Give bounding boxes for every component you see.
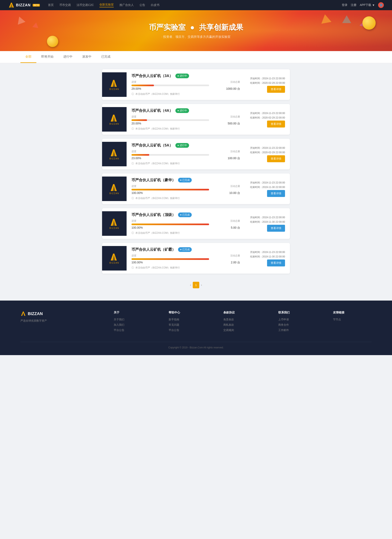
beta-badge: BETA	[33, 4, 40, 7]
detail-button[interactable]: 查看详情	[267, 190, 285, 197]
bizzan-brand-label: BIZZAN	[109, 192, 119, 194]
start-time: 开始时间：2019-11-23 22:00:00	[250, 215, 285, 220]
total-label: 活动总量	[230, 115, 240, 119]
tab-completed[interactable]: 已完成	[96, 51, 115, 63]
bizzan-logo-svg	[109, 149, 119, 157]
card-title-row: 币严合伙人云矿机（3A） ● 进行中	[132, 73, 240, 78]
bizzan-logo-svg	[109, 79, 119, 87]
login-button[interactable]: 登录	[342, 3, 348, 7]
footer-link-announcement[interactable]: 平台公告	[114, 328, 152, 332]
footer-link-privacy[interactable]: 商私条款	[223, 323, 262, 327]
card-body: 币严合伙人云矿机（5A） ● 进行中 进度 活动总量 23.00% 100.00…	[127, 139, 245, 169]
decoration-triangle-3	[342, 15, 351, 23]
footer-col-terms-title: 条款协议	[223, 311, 262, 314]
logo[interactable]: BIZZAN BETA	[8, 2, 40, 8]
end-time: 结束时间：2019-11-30 22:00:00	[250, 255, 285, 259]
card-footer: ⓘ 本活动由币严（BIZZAN.COM）独家举行	[132, 92, 240, 96]
card-logo: BIZZAN	[102, 246, 127, 270]
progress-label: 进度	[132, 80, 136, 84]
detail-button[interactable]: 查看详情	[267, 155, 285, 162]
footer-col-contact: 联系我们 上币申请 商务合作 工作邮件	[278, 311, 317, 334]
end-time: 结束时间：2020-02-29 22:00:00	[250, 81, 285, 85]
footer-link-guide[interactable]: 新手指南	[169, 318, 207, 321]
progress-bar-fill	[132, 119, 147, 121]
progress-bar-bg	[132, 258, 209, 260]
footer-link-business[interactable]: 商务合作	[278, 323, 317, 327]
bizzan-logo-svg	[109, 183, 119, 192]
bizzan-brand-label: BIZZAN	[109, 262, 119, 264]
progress-total: 5.00 台	[231, 226, 240, 230]
tab-all[interactable]: 全部	[20, 51, 36, 63]
end-time: 结束时间：2019-11-30 22:00:00	[250, 185, 285, 190]
detail-button[interactable]: 查看详情	[267, 260, 285, 266]
footer-logo-text: BIZZAN	[28, 311, 43, 316]
footer-link-listing[interactable]: 上币申请	[278, 318, 317, 321]
footer-link-disclaimer[interactable]: 免责条款	[223, 318, 262, 321]
bizzan-brand-label: BIZZAN	[109, 227, 119, 229]
progress-label: 进度	[132, 219, 136, 223]
total-label: 活动总量	[230, 80, 240, 84]
detail-button[interactable]: 查看详情	[267, 86, 285, 93]
page-1-button[interactable]: 1	[193, 282, 199, 288]
status-badge: ● 进行中	[175, 74, 189, 78]
start-time: 开始时间：2019-11-23 22:00:00	[250, 111, 285, 116]
footer-link-trade-rules[interactable]: 交易规则	[223, 328, 262, 332]
card-logo: BIZZAN	[102, 177, 127, 201]
nav-announce[interactable]: 公告	[139, 3, 145, 7]
start-time: 开始时间：2019-11-23 22:00:00	[250, 146, 285, 150]
progress-bar-fill	[132, 224, 209, 225]
tab-distributing[interactable]: 派发中	[77, 51, 96, 63]
footer-col-about-title: 关于	[114, 311, 152, 314]
app-download-button[interactable]: APP下载 ▼	[360, 3, 375, 7]
progress-bar-fill	[132, 154, 149, 156]
hero-subtitle: · 投资者、项目方、交易所等多方共赢的开放实验室	[161, 35, 231, 39]
progress-pct: 100.00%	[132, 191, 143, 195]
nav-lab[interactable]: 创新实验室	[99, 3, 114, 7]
footer-link-join-us[interactable]: 加入我们	[114, 323, 152, 327]
prev-page-button[interactable]: ‹	[190, 283, 191, 287]
end-time: 结束时间：2020-02-29 22:00:00	[250, 150, 285, 155]
footer-link-node[interactable]: 节节点	[333, 318, 372, 321]
progress-total: 10.00 台	[229, 191, 240, 195]
nav-partner[interactable]: 推广合伙人	[119, 3, 134, 7]
footer-link-platform-notice[interactable]: 平台公告	[169, 328, 207, 332]
card-title: 币严合伙人云矿机（顶级）	[132, 212, 176, 217]
tabs-bar: 全部 即将开始 进行中 派发中 已完成	[0, 51, 392, 63]
detail-button[interactable]: 查看详情	[267, 225, 285, 232]
info-icon: ⓘ	[132, 127, 134, 130]
status-badge: ● 已完成	[178, 212, 192, 217]
card-item: BIZZAN 币严合伙人云矿机（4A） ● 进行中 进度 活动总量 20.00%…	[102, 104, 290, 135]
nav-c2c[interactable]: 法币交易C2C	[76, 3, 94, 7]
register-button[interactable]: 注册	[351, 3, 356, 7]
tab-ongoing[interactable]: 进行中	[58, 51, 77, 63]
language-button[interactable]: 🌐	[378, 2, 384, 8]
progress-total: 1000.00 台	[226, 87, 240, 91]
card-right: 开始时间：2019-11-23 22:00:00 结束时间：2019-11-30…	[245, 246, 290, 270]
start-time: 开始时间：2019-11-23 22:00:00	[250, 181, 285, 185]
nav-home[interactable]: 首页	[48, 3, 54, 7]
progress-labels: 进度 活动总量	[132, 254, 240, 257]
card-logo: BIZZAN	[102, 142, 127, 166]
footer-col-help: 帮助中心 新手指南 常见问题 平台公告	[169, 311, 207, 334]
footer-link-faq[interactable]: 常见问题	[169, 323, 207, 327]
time-info: 开始时间：2019-11-23 22:00:00 结束时间：2020-02-29…	[250, 146, 285, 155]
nav-whitepaper[interactable]: 白皮书	[151, 3, 160, 7]
footer-col-contact-title: 联系我们	[278, 311, 317, 314]
card-footer-text: 本活动由币严（BIZZAN.COM）独家举行	[135, 127, 180, 130]
card-footer: ⓘ 本活动由币严（BIZZAN.COM）独家举行	[132, 197, 240, 200]
progress-bar-bg	[132, 119, 209, 121]
footer-link-about-us[interactable]: 关于我们	[114, 318, 152, 321]
nav-trade[interactable]: 币市交易	[59, 3, 71, 7]
bizzan-brand-label: BIZZAN	[109, 158, 119, 160]
main-content: BIZZAN 币严合伙人云矿机（3A） ● 进行中 进度 活动总量 29.00%…	[102, 63, 290, 301]
footer-link-email[interactable]: 工作邮件	[278, 328, 317, 332]
card-title: 币严合伙人云矿机（豪华）	[132, 178, 176, 183]
progress-total: 2.00 台	[231, 261, 240, 265]
footer-top: BIZZAN 严选全球优质数字资产 关于 关于我们 加入我们 平台公告 帮助中心…	[20, 311, 372, 334]
progress-bar-bg	[132, 189, 209, 190]
progress-values: 20.00% 500.00 台	[132, 122, 240, 125]
detail-button[interactable]: 查看详情	[267, 120, 285, 127]
decoration-triangle-1	[15, 15, 25, 25]
tab-upcoming[interactable]: 即将开始	[36, 51, 58, 63]
next-page-button[interactable]: ›	[201, 283, 202, 287]
